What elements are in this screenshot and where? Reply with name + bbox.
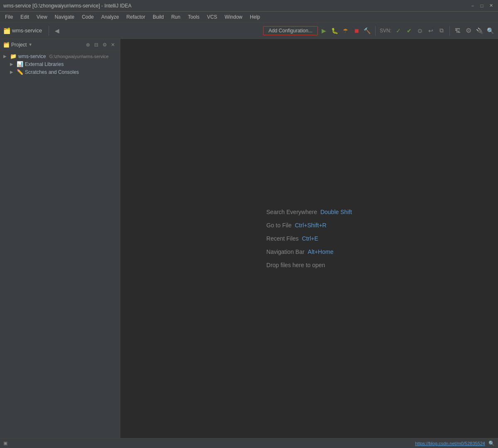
editor-area[interactable]: Search Everywhere Double Shift Go to Fil… [120, 39, 498, 438]
svn-checkmark-icon[interactable]: ✓ [394, 26, 403, 35]
title-bar: wms-service [G:\zhongwaiyun\wms-service]… [0, 0, 498, 12]
tree-item-external-libraries[interactable]: ▶ 📊 External Libraries [7, 60, 120, 68]
menu-item-vcs[interactable]: VCS [204, 13, 221, 21]
run-icon[interactable]: ▶ [320, 26, 329, 35]
menu-item-view[interactable]: View [33, 13, 51, 21]
settings-icon[interactable]: ⚙ [464, 26, 473, 35]
tree-item-wms-service[interactable]: ▶ 📁 wms-service G:\zhongwaiyun\wms-servi… [0, 52, 120, 60]
menu-item-tools[interactable]: Tools [185, 13, 203, 21]
shortcut-label-goto: Go to File [266, 222, 292, 229]
shortcut-label-navbar: Navigation Bar [266, 248, 305, 255]
tree-label-scratches: Scratches and Consoles [25, 69, 79, 75]
tree-arrow-wms-service: ▶ [3, 54, 8, 58]
shortcut-label-search: Search Everywhere [266, 209, 317, 215]
tree-folder-icon-wms-service: 📁 [10, 53, 17, 59]
shortcut-key-search: Double Shift [320, 209, 352, 215]
sidebar: 🗂️ Project ▼ ⊕ ⊟ ⚙ ✕ ▶ 📁 wms-service G:\… [0, 39, 120, 438]
svn-update-icon[interactable]: ✔ [405, 26, 414, 35]
close-button[interactable]: ✕ [487, 2, 495, 10]
window-title: wms-service [G:\zhongwaiyun\wms-service]… [3, 3, 132, 9]
shortcut-key-recent: Ctrl+E [302, 235, 318, 242]
tree-label-wms-service: wms-service [18, 54, 46, 59]
sidebar-project-label: Project [11, 42, 27, 48]
status-search-icon[interactable]: 🔍 [488, 441, 495, 446]
menu-item-run[interactable]: Run [168, 13, 184, 21]
menu-item-build[interactable]: Build [149, 13, 167, 21]
tree-arrow-scratches: ▶ [10, 70, 15, 74]
status-terminal-icon[interactable]: ▣ [3, 441, 7, 446]
run-with-coverage-icon[interactable]: ☂ [341, 26, 350, 35]
menu-item-edit[interactable]: Edit [17, 13, 32, 21]
editor-welcome: Search Everywhere Double Shift Go to Fil… [258, 200, 360, 277]
menu-item-navigate[interactable]: Navigate [51, 13, 78, 21]
tree-label-external-libraries: External Libraries [25, 61, 63, 67]
back-icon[interactable]: ◀ [52, 26, 61, 35]
tree-item-scratches[interactable]: ▶ ✏️ Scratches and Consoles [7, 68, 120, 76]
toolbar-separator-2 [375, 26, 376, 36]
sidebar-collapse-icon[interactable]: ⊟ [93, 41, 100, 49]
shortcut-label-recent: Recent Files [266, 235, 299, 242]
window-controls: − □ ✕ [469, 2, 495, 10]
project-name: wms-service [12, 27, 42, 34]
sidebar-tools: ⊕ ⊟ ⚙ ✕ [84, 41, 117, 49]
sidebar-dropdown-icon: ▼ [28, 42, 32, 47]
drop-files-label: Drop files here to open [266, 262, 352, 268]
sidebar-header: 🗂️ Project ▼ ⊕ ⊟ ⚙ ✕ [0, 39, 120, 51]
project-structure-icon[interactable]: 🏗 [453, 26, 462, 35]
debug-icon[interactable]: 🐛 [330, 26, 339, 35]
menu-item-analyze[interactable]: Analyze [98, 13, 122, 21]
menu-item-file[interactable]: File [2, 13, 16, 21]
sidebar-close-icon[interactable]: ✕ [109, 41, 117, 49]
toolbar: 🗂️ wms-service ◀ Add Configuration... ▶ … [0, 22, 498, 39]
svn-label: SVN: [380, 28, 391, 34]
tree-library-icon: 📊 [17, 61, 23, 67]
svn-revert-icon[interactable]: ↩ [426, 26, 435, 35]
add-configuration-button[interactable]: Add Configuration... [263, 26, 318, 35]
minimize-button[interactable]: − [469, 2, 476, 10]
project-label: 🗂️ wms-service [3, 27, 42, 34]
sidebar-title-project[interactable]: 🗂️ Project ▼ [3, 42, 32, 48]
status-url[interactable]: https://blog.csdn.net/m0/52835524 [415, 441, 485, 446]
project-icon: 🗂️ [3, 27, 10, 34]
shortcut-row-recent: Recent Files Ctrl+E [266, 235, 352, 242]
shortcut-row-goto: Go to File Ctrl+Shift+R [266, 222, 352, 229]
toolbar-separator-3 [449, 26, 450, 36]
plugin-icon[interactable]: 🔌 [475, 26, 484, 35]
sidebar-settings-icon[interactable]: ⚙ [101, 41, 108, 49]
sidebar-project-icon: 🗂️ [3, 42, 10, 48]
shortcut-row-search: Search Everywhere Double Shift [266, 209, 352, 215]
menu-item-refactor[interactable]: Refactor [123, 13, 149, 21]
stop-icon[interactable]: ⏹ [352, 26, 361, 35]
build-icon[interactable]: 🔨 [363, 26, 372, 35]
svn-history-icon[interactable]: ⊙ [415, 26, 425, 35]
sidebar-scope-icon[interactable]: ⊕ [84, 41, 92, 49]
menu-item-help[interactable]: Help [247, 13, 264, 21]
tree-path-wms-service: G:\zhongwaiyun\wms-service [49, 54, 109, 59]
menu-item-code[interactable]: Code [78, 13, 97, 21]
maximize-button[interactable]: □ [478, 2, 486, 10]
toolbar-separator [49, 26, 49, 36]
tree-scratches-icon: ✏️ [17, 69, 23, 75]
menu-item-window[interactable]: Window [221, 13, 246, 21]
search-everywhere-icon[interactable]: 🔍 [486, 26, 495, 35]
main-layout: 🗂️ Project ▼ ⊕ ⊟ ⚙ ✕ ▶ 📁 wms-service G:\… [0, 39, 498, 438]
svn-extra-icon[interactable]: ⧉ [437, 26, 446, 35]
status-bar: ▣ https://blog.csdn.net/m0/52835524 🔍 [0, 438, 498, 448]
tree-arrow-external-libraries: ▶ [10, 62, 15, 66]
project-tree: ▶ 📁 wms-service G:\zhongwaiyun\wms-servi… [0, 51, 120, 438]
shortcut-row-navbar: Navigation Bar Alt+Home [266, 248, 352, 255]
status-left: ▣ [3, 441, 7, 446]
shortcut-key-navbar: Alt+Home [308, 248, 334, 255]
menu-bar: FileEditViewNavigateCodeAnalyzeRefactorB… [0, 12, 498, 22]
shortcut-key-goto: Ctrl+Shift+R [295, 222, 326, 229]
